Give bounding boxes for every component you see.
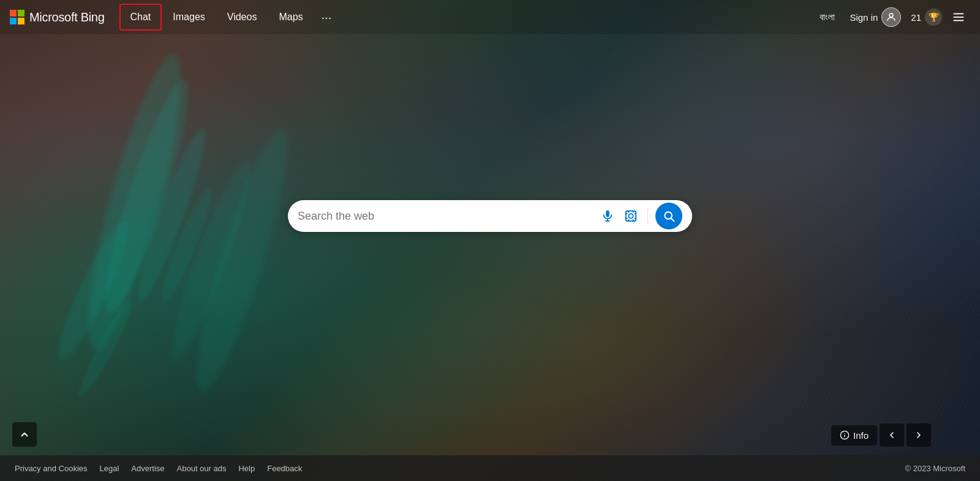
svg-rect-4 (606, 211, 609, 217)
svg-point-0 (889, 13, 893, 17)
nav-maps[interactable]: Maps (268, 0, 314, 34)
search-divider (647, 207, 648, 225)
main-nav: Chat Images Videos Maps ··· (119, 0, 815, 34)
visual-search-button[interactable] (619, 207, 643, 225)
footer-legal-link[interactable]: Legal (100, 464, 119, 473)
search-container (288, 200, 692, 232)
language-button[interactable]: বাংলা (815, 9, 840, 25)
svg-point-8 (628, 214, 633, 218)
brand-name: Microsoft Bing (29, 10, 105, 24)
header: Microsoft Bing Chat Images Videos Maps ·… (0, 0, 980, 34)
nav-chat[interactable]: Chat (119, 4, 162, 31)
next-image-button[interactable] (907, 423, 931, 447)
image-info-area: Info (831, 423, 931, 447)
copyright-text: © 2023 Microsoft (905, 464, 965, 473)
search-input[interactable] (298, 210, 596, 223)
microphone-button[interactable] (596, 207, 619, 225)
svg-line-18 (671, 218, 674, 222)
footer: Privacy and Cookies Legal Advertise Abou… (0, 455, 980, 481)
search-button[interactable] (655, 203, 682, 229)
trophy-icon: 🏆 (925, 9, 942, 26)
points-value: 21 (911, 12, 921, 23)
microsoft-logo (10, 10, 24, 24)
sign-in-button[interactable]: Sign in (845, 5, 906, 29)
header-right: বাংলা Sign in 21 🏆 (815, 5, 970, 29)
avatar-icon (881, 7, 901, 27)
info-button[interactable]: Info (831, 425, 877, 446)
search-box (288, 200, 692, 232)
nav-more-button[interactable]: ··· (314, 0, 339, 34)
footer-links: Privacy and Cookies Legal Advertise Abou… (15, 464, 302, 473)
footer-help-link[interactable]: Help (238, 464, 255, 473)
hamburger-menu-button[interactable] (947, 8, 970, 26)
points-area[interactable]: 21 🏆 (911, 9, 942, 26)
footer-about-ads-link[interactable]: About our ads (177, 464, 227, 473)
nav-images[interactable]: Images (162, 0, 216, 34)
nav-videos[interactable]: Videos (216, 0, 268, 34)
background-streaks (0, 0, 980, 481)
svg-rect-7 (626, 211, 636, 222)
sign-in-label: Sign in (850, 12, 878, 23)
info-label: Info (853, 430, 869, 441)
logo-link[interactable]: Microsoft Bing (10, 10, 105, 24)
scroll-up-button[interactable] (12, 422, 37, 447)
footer-feedback-link[interactable]: Feedback (267, 464, 302, 473)
footer-privacy-link[interactable]: Privacy and Cookies (15, 464, 88, 473)
footer-advertise-link[interactable]: Advertise (131, 464, 164, 473)
prev-image-button[interactable] (880, 423, 904, 447)
